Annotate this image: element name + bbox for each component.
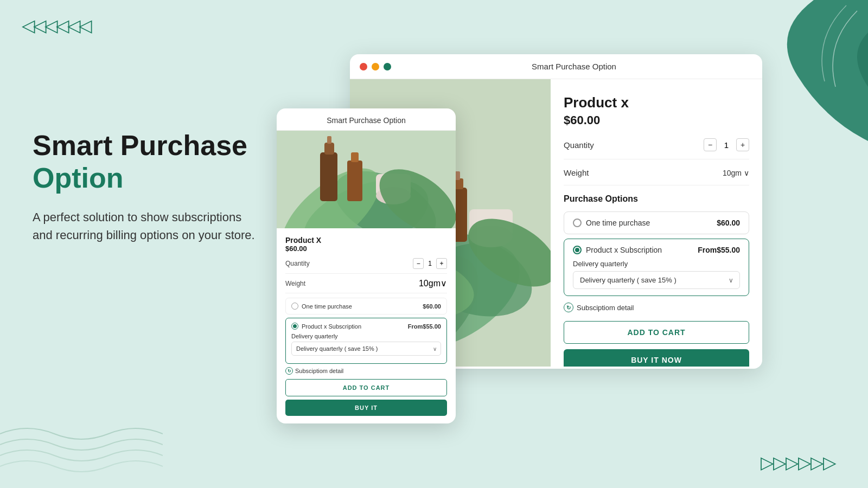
card-delivery-select-wrap[interactable]: Delivery quarterly ( save 15% )	[291, 342, 441, 356]
dot-yellow	[372, 63, 379, 70]
card-quantity-row: Quantity − 1 +	[285, 258, 447, 274]
weight-label: Weight	[564, 168, 589, 177]
card-qty-increase[interactable]: +	[436, 258, 447, 269]
quantity-label: Quantity	[564, 140, 594, 150]
card-option-subscription[interactable]: Product x Subscription From$55.00 Delive…	[285, 318, 447, 364]
subscription-icon: ↻	[564, 303, 573, 312]
quantity-decrease-btn[interactable]: −	[704, 138, 717, 151]
card-weight-label: Weight	[285, 280, 305, 287]
bottom-waves	[0, 412, 163, 477]
card-option-one-time-label: One time purchase	[302, 303, 352, 310]
hero-heading-line2: Option	[33, 161, 260, 195]
quantity-row: Quantity − 1 +	[564, 138, 749, 159]
card-weight-row: Weight 10gm∨	[285, 278, 447, 293]
card-option-one-time[interactable]: One time purchase $60.00	[285, 298, 447, 314]
card-qty-value: 1	[428, 260, 432, 267]
radio-subscription[interactable]	[573, 246, 582, 254]
card-option-subscription-label: Product x Subscription	[302, 323, 361, 330]
option-one-time-price: $60.00	[717, 219, 740, 227]
logo-arrows: ◁◁◁◁◁◁	[22, 15, 90, 36]
product-price-large: $60.00	[564, 113, 749, 127]
product-name-large: Product x	[564, 94, 749, 111]
quantity-value: 1	[722, 140, 731, 150]
svg-rect-24	[351, 152, 359, 162]
weight-row: Weight 10gm ∨	[564, 168, 749, 185]
card-subscription-row: ↻ Subsciptiom detail	[285, 367, 447, 375]
card-sub-text: Subsciptiom detail	[295, 368, 343, 374]
add-to-cart-btn-large[interactable]: ADD TO CART	[564, 321, 749, 344]
delivery-label: Delivery quarterly	[573, 260, 740, 268]
dot-red	[360, 63, 367, 70]
card-buy-now-btn[interactable]: BUY IT	[285, 400, 447, 416]
hero-heading-line1: Smart Purchase	[33, 130, 260, 161]
card-add-to-cart-btn[interactable]: ADD TO CART	[285, 379, 447, 396]
card-delivery-label: Delivery quarterly	[291, 333, 441, 339]
hero-content: Smart Purchase Option A perfect solution…	[33, 130, 260, 244]
option-one-time[interactable]: One time purchase $60.00	[564, 211, 749, 234]
weight-control: 10gm ∨	[723, 169, 749, 177]
card-qty-decrease[interactable]: −	[413, 258, 424, 269]
svg-rect-22	[327, 136, 331, 144]
product-card-small: Smart Purchase Option Product X $60.00	[277, 108, 456, 423]
subscription-detail-text: Subsciptiom detail	[577, 304, 634, 312]
card-delivery-select[interactable]: Delivery quarterly ( save 15% )	[291, 342, 441, 356]
quantity-control: − 1 +	[704, 138, 749, 151]
card-option-subscription-price: From$55.00	[408, 323, 441, 330]
card-quantity-label: Quantity	[285, 260, 310, 267]
card-product-name: Product X	[285, 236, 447, 245]
hero-description: A perfect solution to show subscriptions…	[33, 208, 260, 244]
product-detail-large: Product x $60.00 Quantity − 1 + Weight 1…	[551, 79, 762, 367]
card-sub-icon: ↻	[285, 367, 293, 375]
quantity-increase-btn[interactable]: +	[736, 138, 749, 151]
card-body: Product X $60.00 Quantity − 1 + Weight 1…	[277, 228, 456, 423]
delivery-select[interactable]: Delivery quarterly ( save 15% )	[573, 271, 740, 289]
card-quantity-control: − 1 +	[413, 258, 447, 269]
option-subscription-price: From$55.00	[698, 246, 740, 254]
subscription-detail-row: ↻ Subsciptiom detail	[564, 303, 749, 312]
card-weight-value: 10gm∨	[419, 278, 447, 288]
delivery-select-wrap[interactable]: Delivery quarterly ( save 15% )	[573, 271, 740, 289]
browser-title: Smart Purchase Option	[395, 62, 752, 71]
bottom-arrows: ▷▷▷▷▷▷	[761, 452, 835, 473]
card-radio-one-time[interactable]	[291, 303, 298, 310]
option-one-time-label: One time purchase	[586, 219, 650, 227]
card-header: Smart Purchase Option	[277, 108, 456, 131]
svg-rect-23	[347, 160, 362, 201]
option-subscription[interactable]: Product x Subscription From$55.00 Delive…	[564, 239, 749, 296]
radio-one-time[interactable]	[573, 219, 582, 227]
buy-now-btn-large[interactable]: BUY IT NOW	[564, 349, 749, 367]
card-radio-subscription[interactable]	[291, 323, 298, 330]
card-product-image	[277, 131, 456, 228]
purchase-options-title: Purchase Options	[564, 194, 749, 204]
option-subscription-label: Product x Subscription	[586, 246, 662, 254]
browser-titlebar: Smart Purchase Option	[350, 54, 762, 79]
svg-rect-21	[324, 143, 334, 155]
card-product-price: $60.00	[285, 245, 447, 253]
card-option-one-time-price: $60.00	[423, 303, 441, 310]
svg-rect-20	[320, 152, 337, 201]
dot-green	[384, 63, 391, 70]
